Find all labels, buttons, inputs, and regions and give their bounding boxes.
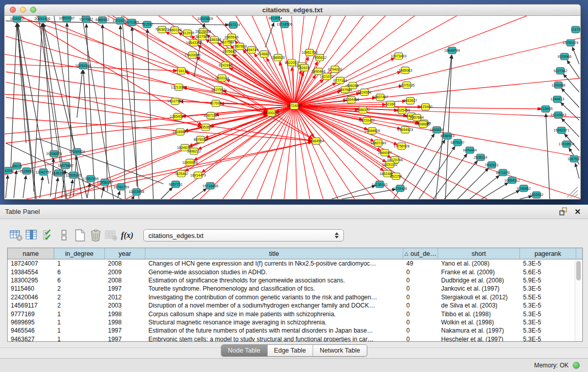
table-cell[interactable]: 1: [54, 327, 105, 334]
graph-node[interactable]: 19218506: [277, 21, 293, 28]
graph-node[interactable]: 62615: [299, 64, 309, 71]
table-cell[interactable]: 5.3E-5: [520, 260, 576, 267]
graph-node[interactable]: 1167533: [568, 156, 580, 162]
delete-column-icon[interactable]: [88, 227, 103, 244]
table-settings-icon[interactable]: [8, 227, 24, 244]
graph-node[interactable]: 9146821: [257, 51, 271, 57]
table-cell[interactable]: Structural magnetic resonance image aver…: [145, 319, 403, 326]
table-cell[interactable]: 1997: [105, 285, 145, 292]
graph-node[interactable]: 1527602: [79, 16, 93, 23]
table-cell[interactable]: 9699695: [8, 319, 54, 326]
table-cell[interactable]: Nakamura et al. (1997): [438, 327, 520, 334]
graph-node[interactable]: 917006: [210, 100, 222, 107]
table-cell[interactable]: 9777169: [8, 311, 54, 318]
table-cell[interactable]: 1: [54, 311, 105, 318]
column-header-in_degree[interactable]: in_degree: [54, 248, 105, 259]
table-cell[interactable]: 0: [403, 285, 438, 292]
graph-node[interactable]: 17016504: [559, 141, 575, 147]
table-cell[interactable]: Yano et al. (2008): [438, 260, 520, 267]
graph-node[interactable]: 10654112: [504, 177, 520, 184]
graph-node[interactable]: 21364456: [343, 97, 359, 103]
graph-node[interactable]: 11923448: [128, 189, 144, 195]
node-table[interactable]: namein_degreeyeartitle△out_de…shortpager…: [7, 248, 583, 342]
function-builder-icon[interactable]: f(x): [119, 227, 135, 244]
column-header-short[interactable]: short: [438, 248, 520, 259]
graph-node[interactable]: 9698695: [416, 121, 430, 127]
graph-node[interactable]: 16033809: [197, 16, 213, 22]
zoom-window-button[interactable]: [30, 7, 36, 13]
table-cell[interactable]: Jankovic et al. (1997): [438, 285, 520, 292]
graph-node[interactable]: 9115460: [419, 104, 432, 111]
table-cell[interactable]: Investigating the contribution of common…: [145, 294, 403, 301]
table-cell[interactable]: 0: [403, 277, 438, 284]
table-cell[interactable]: 22420046: [8, 294, 54, 301]
table-cell[interactable]: 2003: [105, 302, 145, 309]
table-row[interactable]: 1830029562008Estimation of significance …: [8, 276, 582, 285]
table-cell[interactable]: 5.3E-5: [520, 319, 576, 326]
graph-node[interactable]: 10653287: [59, 16, 75, 21]
table-cell[interactable]: Hescheler et al. (1997): [438, 336, 520, 342]
table-cell[interactable]: Embryonic stem cells: a model to study s…: [145, 336, 403, 342]
table-cell[interactable]: 2008: [105, 260, 145, 267]
table-cell[interactable]: 5.6E-5: [520, 269, 576, 276]
graph-node[interactable]: 9242845: [219, 62, 232, 69]
column-header-year[interactable]: year: [105, 248, 145, 259]
delete-table-icon[interactable]: [103, 227, 119, 244]
show-columns-icon[interactable]: [24, 227, 40, 244]
table-cell[interactable]: 19384554: [8, 269, 54, 276]
table-cell[interactable]: 0: [403, 269, 438, 276]
graph-node[interactable]: 17654022: [170, 113, 186, 120]
table-cell[interactable]: Tibbo et al. (1998): [438, 311, 520, 318]
graph-node[interactable]: 9463627: [403, 98, 417, 104]
table-cell[interactable]: 18724007: [8, 260, 54, 267]
graph-node[interactable]: 16914479: [190, 172, 206, 179]
table-cell[interactable]: 5.9E-5: [520, 277, 576, 284]
table-cell[interactable]: 9465546: [8, 327, 54, 334]
table-header-row[interactable]: namein_degreeyeartitle△out_de…shortpager…: [8, 248, 582, 259]
graph-node[interactable]: 16210643: [551, 112, 567, 118]
new-column-icon[interactable]: [72, 227, 88, 244]
table-cell[interactable]: de Silva et al. (2003): [438, 302, 520, 309]
table-cell[interactable]: 1997: [105, 336, 145, 342]
graph-node[interactable]: 7632621: [485, 162, 498, 168]
table-cell[interactable]: 1: [54, 319, 105, 326]
graph-node[interactable]: 7625402: [175, 170, 188, 177]
table-row[interactable]: 977716911998Corpus callosum shape and si…: [8, 310, 582, 318]
table-select-dropdown[interactable]: citations_edges.txt: [143, 229, 344, 242]
table-cell[interactable]: 18300295: [8, 277, 54, 284]
network-view-window[interactable]: citations_edges.txt 14055722069140610653…: [4, 4, 581, 200]
graph-node[interactable]: 3498222: [187, 148, 201, 155]
tab-edge-table[interactable]: Edge Table: [267, 345, 313, 356]
graph-node[interactable]: 1244413: [551, 96, 564, 103]
table-cell[interactable]: Stergiakouli et al. (2012): [438, 294, 520, 301]
table-tabs[interactable]: Node TableEdge TableNetwork Table: [221, 344, 367, 357]
tab-network-table[interactable]: Network Table: [313, 345, 367, 356]
graph-node[interactable]: 11170: [571, 26, 580, 33]
graph-node[interactable]: 9227342: [554, 68, 568, 74]
graph-node[interactable]: 7955812: [313, 54, 326, 61]
citation-network-graph[interactable]: 1405572206914061065328715276026466162107…: [5, 16, 580, 199]
table-row[interactable]: 1872400712008Changes of HCN gene express…: [8, 259, 582, 268]
table-cell[interactable]: 5.3E-5: [520, 302, 576, 309]
table-cell[interactable]: 2009: [105, 269, 145, 276]
graph-node[interactable]: 15992971: [554, 127, 570, 134]
column-header-title[interactable]: title: [145, 248, 403, 259]
table-row[interactable]: 946554611997Estimation of the future num…: [8, 326, 582, 335]
graph-node[interactable]: 14353594: [198, 124, 213, 130]
graph-node[interactable]: 19384554: [308, 138, 324, 144]
column-header-out_de[interactable]: △out_de…: [403, 248, 438, 259]
close-window-button[interactable]: [10, 7, 16, 13]
graph-node[interactable]: 12213399: [171, 84, 187, 91]
table-cell[interactable]: 5.3E-5: [520, 311, 576, 318]
graph-node[interactable]: 1733426: [393, 185, 407, 192]
float-panel-icon[interactable]: [558, 207, 568, 216]
graph-node[interactable]: 10807487: [373, 94, 388, 101]
graph-node[interactable]: 8427552: [211, 86, 225, 93]
graph-node[interactable]: 16648784: [444, 47, 460, 54]
graph-node[interactable]: 2803144: [215, 75, 229, 81]
table-cell[interactable]: 2008: [105, 277, 145, 284]
graph-node[interactable]: 20206576: [46, 150, 62, 157]
table-cell[interactable]: 0: [403, 294, 438, 301]
table-cell[interactable]: 5.3E-5: [520, 327, 576, 334]
graph-node[interactable]: 8454749: [245, 47, 258, 53]
